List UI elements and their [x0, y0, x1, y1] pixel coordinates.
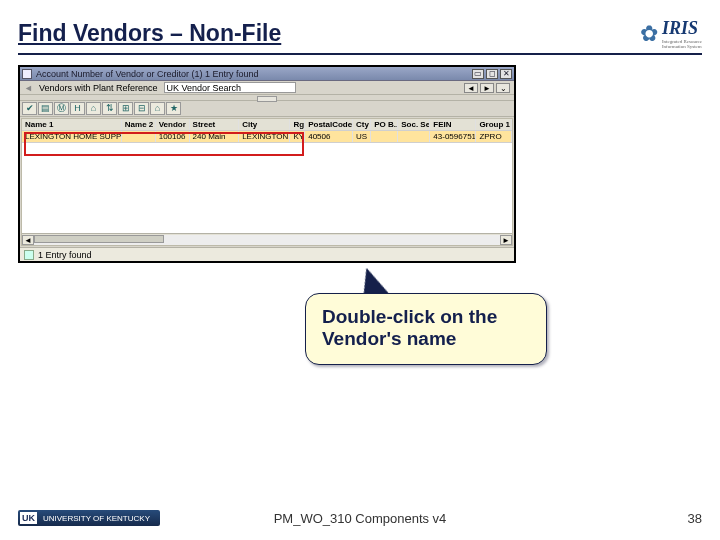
- cell-group[interactable]: ZPRO: [476, 131, 512, 142]
- status-bar: 1 Entry found: [20, 247, 514, 261]
- sap-tabbar: ◄ Vendors with Plant Reference UK Vendor…: [20, 81, 514, 95]
- toolbar-btn-5[interactable]: ⇅: [102, 102, 117, 115]
- table-header: Name 1 Name 2 Vendor Street City Rg Post…: [22, 119, 512, 131]
- cell-rg[interactable]: KY: [290, 131, 305, 142]
- collapse-handle[interactable]: [20, 95, 514, 101]
- col-name1[interactable]: Name 1: [22, 119, 122, 130]
- tab-vendors-plant[interactable]: Vendors with Plant Reference: [39, 83, 158, 93]
- col-group[interactable]: Group 1: [476, 119, 512, 130]
- toolbar-btn-6[interactable]: ⊞: [118, 102, 133, 115]
- tab-next-button[interactable]: ►: [480, 83, 494, 93]
- cell-city[interactable]: LEXINGTON: [239, 131, 290, 142]
- cell-cty[interactable]: US: [353, 131, 371, 142]
- results-table: Name 1 Name 2 Vendor Street City Rg Post…: [21, 118, 513, 246]
- callout: Double-click on the Vendor's name: [305, 293, 547, 365]
- slide-header: Find Vendors – Non-File ✿ IRIS Integrate…: [18, 18, 702, 55]
- toolbar-btn-1[interactable]: ▤: [38, 102, 53, 115]
- tab-prev-button[interactable]: ◄: [464, 83, 478, 93]
- cell-pob[interactable]: [371, 131, 398, 142]
- uk-logo: UK UNIVERSITY OF KENTUCKY: [18, 510, 160, 526]
- cell-soc[interactable]: [398, 131, 430, 142]
- table-row[interactable]: LEXINGTON HOME SUPPLY 100106 240 Main LE…: [22, 131, 512, 143]
- tab-bullet-icon: ◄: [24, 83, 33, 93]
- col-city[interactable]: City: [239, 119, 290, 130]
- col-name2[interactable]: Name 2: [122, 119, 156, 130]
- callout-text: Double-click on the Vendor's name: [322, 306, 497, 349]
- col-vendor[interactable]: Vendor: [156, 119, 190, 130]
- cell-vendor[interactable]: 100106: [156, 131, 190, 142]
- h-scrollbar[interactable]: ◄ ►: [22, 233, 512, 245]
- col-fein[interactable]: FEIN: [430, 119, 476, 130]
- iris-logo: ✿ IRIS Integrated ResourceInformation Sy…: [640, 18, 702, 49]
- cell-name1[interactable]: LEXINGTON HOME SUPPLY: [22, 131, 122, 142]
- scroll-right-icon[interactable]: ►: [500, 235, 512, 245]
- col-soc[interactable]: Soc. Se...: [398, 119, 430, 130]
- window-close-button[interactable]: ✕: [500, 69, 512, 79]
- col-pob[interactable]: PO B...: [371, 119, 398, 130]
- toolbar-btn-0[interactable]: ✔: [22, 102, 37, 115]
- sap-toolbar: ✔ ▤ Ⓜ H ⌂ ⇅ ⊞ ⊟ ⌂ ★: [20, 101, 514, 117]
- toolbar-btn-8[interactable]: ⌂: [150, 102, 165, 115]
- col-cty[interactable]: Cty: [353, 119, 371, 130]
- cell-fein[interactable]: 43-0596751: [430, 131, 476, 142]
- search-dropdown[interactable]: UK Vendor Search: [164, 82, 296, 93]
- status-text: 1 Entry found: [38, 250, 92, 260]
- col-street[interactable]: Street: [190, 119, 240, 130]
- app-icon: [22, 69, 32, 79]
- toolbar-btn-7[interactable]: ⊟: [134, 102, 149, 115]
- tab-list-button[interactable]: ⌄: [496, 83, 510, 93]
- footer: UK UNIVERSITY OF KENTUCKY PM_WO_310 Comp…: [18, 510, 702, 526]
- cell-street[interactable]: 240 Main: [190, 131, 240, 142]
- toolbar-btn-2[interactable]: Ⓜ: [54, 102, 69, 115]
- toolbar-btn-9[interactable]: ★: [166, 102, 181, 115]
- window-min-button[interactable]: ▭: [472, 69, 484, 79]
- iris-flower-icon: ✿: [640, 21, 658, 47]
- toolbar-btn-3[interactable]: H: [70, 102, 85, 115]
- toolbar-btn-4[interactable]: ⌂: [86, 102, 101, 115]
- iris-name: IRIS: [662, 18, 698, 38]
- slide-title: Find Vendors – Non-File: [18, 20, 281, 47]
- status-icon: [24, 250, 34, 260]
- window-max-button[interactable]: ◻: [486, 69, 498, 79]
- scroll-left-icon[interactable]: ◄: [22, 235, 34, 245]
- window-title-text: Account Number of Vendor or Creditor (1)…: [36, 69, 259, 79]
- cell-postal[interactable]: 40506: [305, 131, 353, 142]
- col-postal[interactable]: PostalCode: [305, 119, 353, 130]
- uk-text: UNIVERSITY OF KENTUCKY: [43, 514, 150, 523]
- col-rg[interactable]: Rg: [290, 119, 305, 130]
- uk-initials: UK: [20, 512, 37, 524]
- page-number: 38: [688, 511, 702, 526]
- footer-doc: PM_WO_310 Components v4: [274, 511, 447, 526]
- cell-name2[interactable]: [122, 131, 156, 142]
- scroll-thumb[interactable]: [34, 235, 164, 243]
- sap-window: Account Number of Vendor or Creditor (1)…: [18, 65, 516, 263]
- sap-titlebar: Account Number of Vendor or Creditor (1)…: [20, 67, 514, 81]
- scroll-track[interactable]: [34, 235, 500, 245]
